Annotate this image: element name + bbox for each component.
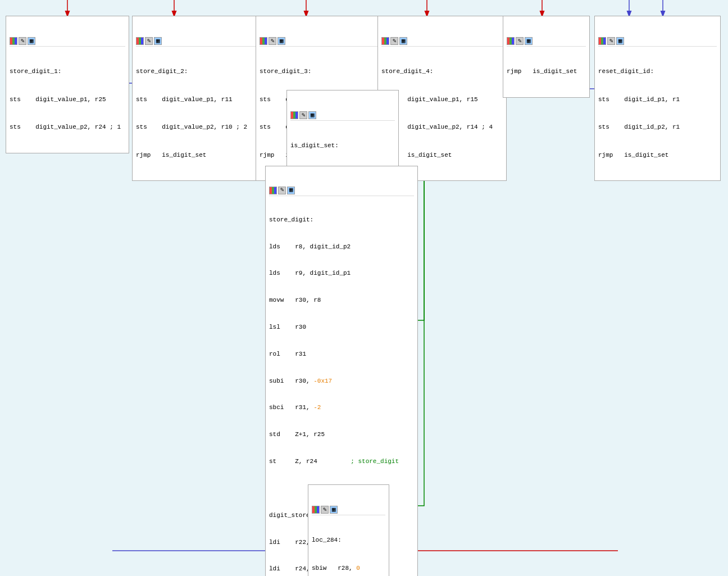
block-title-2: store_digit_2: (136, 67, 257, 76)
icon-pencil-2: ✎ (145, 37, 153, 45)
icon-img-loc: ▦ (330, 506, 338, 514)
line-4-1: sts digit_value_p1, r15 (381, 95, 503, 105)
icon-img-3: ▦ (277, 37, 285, 45)
line-r-2: sts digit_id_p2, r1 (598, 123, 717, 132)
loc-label: loc_284: (312, 536, 385, 545)
icon-img-1: ▦ (28, 37, 35, 45)
line-2-2: sts digit_value_p2, r10 ; 2 (136, 123, 257, 132)
block-header-rjmp: ✎ ▦ (507, 37, 586, 47)
block-rjmp-line: rjmp is_digit_set (507, 67, 586, 76)
line-r-3: rjmp is_digit_set (598, 151, 717, 160)
line-1-2: sts digit_value_p2, r24 ; 1 (10, 123, 125, 132)
block-title-4: store_digit_4: (381, 67, 503, 76)
line-2-1: sts digit_value_p1, r11 (136, 95, 257, 105)
line-4-3: rjmp is_digit_set (381, 151, 503, 160)
sd-label: store_digit: (269, 216, 414, 225)
icon-img-ids: ▦ (308, 111, 316, 119)
block-header-1: ✎ ▦ (10, 37, 125, 47)
line-4-2: sts digit_value_p2, r14 ; 4 (381, 123, 503, 132)
icon-pencil-rjmp: ✎ (516, 37, 524, 45)
line-2-3: rjmp is_digit_set (136, 151, 257, 160)
block-title-3: store_digit_3: (260, 67, 381, 76)
icon-multi-rjmp (507, 37, 515, 45)
sd-4: lsl r30 (269, 323, 414, 332)
block-header-3: ✎ ▦ (260, 37, 381, 47)
block-reset-digit-id[interactable]: ✎ ▦ reset_digit_id: sts digit_id_p1, r1 … (594, 16, 721, 181)
icon-multi-2 (136, 37, 144, 45)
icon-img-2: ▦ (154, 37, 162, 45)
icon-multi-1 (10, 37, 17, 45)
main-canvas: ✎ ▦ store_digit_1: sts digit_value_p1, r… (0, 0, 728, 576)
line-r-1: sts digit_id_p1, r1 (598, 95, 717, 105)
block-header-4: ✎ ▦ (381, 37, 503, 47)
icon-pencil-reset: ✎ (607, 37, 615, 45)
icon-img-reset: ▦ (616, 37, 624, 45)
block-title-1: store_digit_1: (10, 67, 125, 76)
sd-9: st Z, r24 ; store_digit (269, 457, 414, 466)
sd-6: subi r30, -0x17 (269, 377, 414, 386)
block-store-digit-1[interactable]: ✎ ▦ store_digit_1: sts digit_value_p1, r… (6, 16, 129, 153)
icon-img-4: ▦ (399, 37, 407, 45)
icon-pencil-loc: ✎ (321, 506, 329, 514)
icon-multi-3 (260, 37, 267, 45)
block-store-digit-2[interactable]: ✎ ▦ store_digit_2: sts digit_value_p1, r… (132, 16, 261, 181)
icon-pencil-1: ✎ (19, 37, 26, 45)
icon-pencil-sd: ✎ (278, 187, 286, 194)
icon-multi-reset (598, 37, 606, 45)
block-title-reset: reset_digit_id: (598, 67, 717, 76)
sd-2: lds r9, digit_id_p1 (269, 269, 414, 278)
loc-1: sbiw r28, 0 (312, 564, 385, 573)
block-rjmp[interactable]: ✎ ▦ rjmp is_digit_set (503, 16, 590, 98)
icon-pencil-ids: ✎ (299, 111, 307, 119)
sd-7: sbci r31, -2 (269, 403, 414, 412)
icon-multi-ids (290, 111, 298, 119)
icon-multi-loc (312, 506, 320, 514)
block-header-loc: ✎ ▦ (312, 506, 385, 515)
sd-5: rol r31 (269, 350, 414, 359)
sd-3: movw r30, r8 (269, 296, 414, 305)
block-loc-284[interactable]: ✎ ▦ loc_284: sbiw r28, 0 breq button_1 (308, 484, 389, 576)
icon-pencil-3: ✎ (269, 37, 276, 45)
block-header-reset: ✎ ▦ (598, 37, 717, 47)
sd-1: lds r8, digit_id_p2 (269, 243, 414, 252)
block-title-ids: is_digit_set: (290, 141, 395, 151)
icon-pencil-4: ✎ (390, 37, 398, 45)
icon-multi-4 (381, 37, 389, 45)
icon-img-rjmp: ▦ (525, 37, 533, 45)
block-header-2: ✎ ▦ (136, 37, 257, 47)
block-header-sd: ✎ ▦ (269, 187, 414, 196)
icon-img-sd: ▦ (287, 187, 295, 194)
sd-8: std Z+1, r25 (269, 430, 414, 439)
icon-multi-sd (269, 187, 277, 194)
block-header-ids: ✎ ▦ (290, 111, 395, 121)
line-1-1: sts digit_value_p1, r25 (10, 95, 125, 105)
